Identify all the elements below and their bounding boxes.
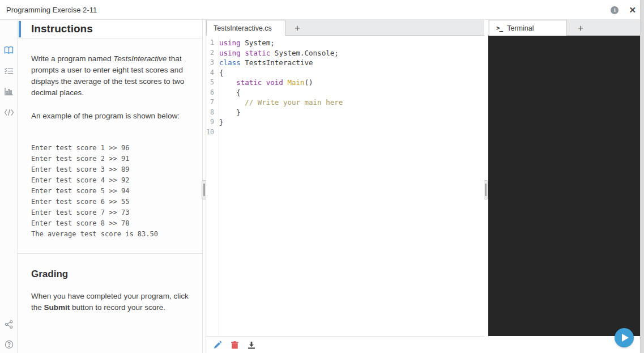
instructions-panel: Instructions Write a program named Tests…	[18, 20, 203, 353]
close-icon[interactable]: ✕	[629, 6, 636, 14]
code-line: 4{	[206, 68, 484, 78]
delete-trash-icon[interactable]	[230, 341, 239, 350]
example-output-block: Enter test score 1 >> 96Enter test score…	[31, 143, 189, 240]
window-titlebar: Programming Exercise 2-11 i ✕	[0, 0, 644, 20]
example-line: The average test score is 83.50	[31, 229, 189, 240]
line-number: 9	[206, 117, 216, 127]
editor-footer	[206, 336, 484, 353]
section-divider	[18, 253, 203, 254]
accent-bar	[19, 21, 21, 37]
play-icon	[622, 334, 629, 342]
instructions-book-icon[interactable]	[0, 42, 18, 57]
line-number: 7	[206, 97, 216, 108]
code-line: 2using static System.Console;	[206, 48, 484, 58]
edit-pencil-icon[interactable]	[213, 341, 222, 350]
bar-chart-icon[interactable]	[0, 84, 18, 99]
line-number: 6	[206, 88, 216, 98]
line-number: 1	[206, 38, 216, 48]
program-name-italic: TestsInteractive	[113, 54, 167, 63]
window-scrollbar[interactable]	[640, 0, 644, 353]
line-number: 8	[206, 108, 216, 118]
example-line: Enter test score 1 >> 96	[31, 143, 189, 154]
run-button[interactable]	[615, 328, 634, 347]
example-line: Enter test score 6 >> 55	[31, 197, 189, 207]
code-line: 1using System;	[206, 38, 484, 48]
exercise-title: Programming Exercise 2-11	[0, 6, 97, 14]
terminal-tab-label: Terminal	[507, 24, 534, 32]
code-line: 7 // Write your main here	[206, 97, 484, 108]
checklist-icon[interactable]	[0, 63, 18, 78]
left-sidebar: ⚙	[0, 20, 18, 353]
code-line: 9}	[206, 117, 484, 127]
line-number: 10	[206, 127, 216, 138]
line-number: 4	[206, 68, 216, 78]
editor-tab-label: TestsInteractive.cs	[214, 24, 272, 32]
code-brackets-icon[interactable]	[0, 105, 18, 120]
code-line: 10	[206, 127, 484, 138]
example-line: Enter test score 4 >> 92	[31, 175, 189, 186]
code-line: 3class TestsInteractive	[206, 58, 484, 68]
code-editor[interactable]: 1using System;2using static System.Conso…	[206, 36, 484, 336]
terminal-prompt-icon: >_	[496, 24, 502, 32]
code-line: 5 static void Main()	[206, 78, 484, 88]
add-terminal-tab-icon[interactable]: +	[574, 22, 587, 34]
code-line: 8 }	[206, 108, 484, 118]
example-line: Enter test score 3 >> 89	[31, 164, 189, 175]
download-icon[interactable]	[247, 341, 256, 350]
example-intro: An example of the program is shown below…	[31, 110, 189, 122]
example-line: Enter test score 8 >> 78	[31, 218, 189, 229]
line-number: 3	[206, 58, 216, 68]
code-lines: 1using System;2using static System.Conso…	[206, 36, 484, 137]
example-line: Enter test score 2 >> 91	[31, 154, 189, 164]
submit-bold: Submit	[44, 303, 70, 312]
line-number: 2	[206, 48, 216, 58]
tab-testsinteractive-cs[interactable]: TestsInteractive.cs	[206, 20, 285, 36]
terminal-tabbar: >_ Terminal +	[488, 20, 640, 36]
instructions-heading: Instructions	[18, 23, 93, 35]
grading-heading: Grading	[31, 269, 189, 280]
info-icon[interactable]: i	[611, 6, 619, 14]
grading-paragraph: When you have completed your program, cl…	[31, 291, 189, 313]
example-line: Enter test score 5 >> 94	[31, 186, 189, 197]
help-icon[interactable]	[0, 337, 18, 352]
tab-terminal[interactable]: >_ Terminal	[489, 20, 567, 36]
example-line: Enter test score 7 >> 73	[31, 207, 189, 218]
add-editor-tab-icon[interactable]: +	[291, 22, 304, 34]
editor-tabbar: TestsInteractive.cs +	[206, 20, 484, 36]
intro-paragraph: Write a program named TestsInteractive t…	[31, 53, 189, 99]
terminal-output[interactable]	[488, 36, 640, 336]
instructions-header: Instructions	[18, 20, 202, 39]
code-line: 6 {	[206, 88, 484, 98]
app-window: Programming Exercise 2-11 i ✕	[0, 0, 644, 353]
share-icon[interactable]	[0, 317, 18, 331]
line-number: 5	[206, 78, 216, 88]
